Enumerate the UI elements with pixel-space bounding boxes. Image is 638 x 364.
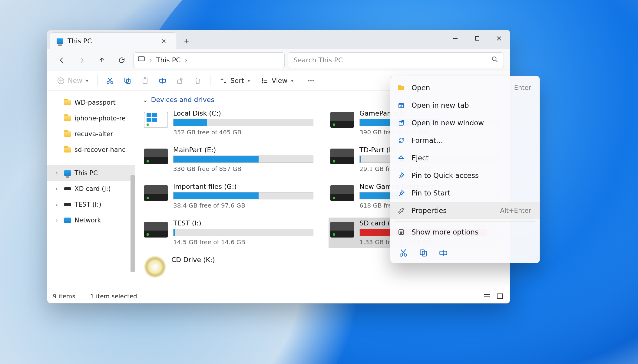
sidebar-item-label: sd-recover-hanc: [74, 146, 126, 153]
context-menu-item[interactable]: Eject: [390, 149, 540, 167]
nav-refresh-button[interactable]: [113, 53, 130, 67]
drive-item[interactable]: MainPart (E:)330 GB free of 857 GB: [142, 144, 316, 175]
nav-up-button[interactable]: [93, 53, 110, 67]
paste-button[interactable]: [137, 74, 153, 87]
context-menu-label: Format…: [412, 136, 443, 144]
rename-icon: [159, 77, 167, 85]
context-menu: OpenEnterOpen in new tabOpen in new wind…: [390, 76, 540, 263]
context-menu-label: Open in new tab: [412, 101, 469, 109]
drive-item[interactable]: Local Disk (C:)352 GB free of 465 GB: [142, 108, 316, 138]
context-menu-item[interactable]: Show more options: [390, 223, 540, 241]
delete-button[interactable]: [190, 74, 205, 87]
svg-point-29: [310, 80, 312, 81]
drive-name: TEST (I:): [173, 219, 313, 227]
drive-item[interactable]: Important files (G:)38.4 GB free of 97.6…: [142, 181, 316, 212]
sidebar-tree-item[interactable]: ›This PC: [47, 165, 135, 181]
sidebar-scrollbar[interactable]: [131, 175, 135, 272]
share-button[interactable]: [173, 74, 188, 87]
sort-button[interactable]: Sort ▾: [215, 74, 254, 87]
context-menu-label: Open: [412, 84, 430, 92]
nav-forward-button[interactable]: [73, 53, 90, 67]
more-button[interactable]: [303, 74, 319, 87]
chevron-down-icon: ⌄: [142, 96, 148, 103]
network-icon: [64, 218, 71, 223]
new-tab-button[interactable]: ＋: [179, 34, 194, 48]
new-button[interactable]: New ▾: [53, 74, 92, 87]
sidebar-tree-item[interactable]: ›XD card (J:): [47, 181, 135, 197]
context-menu-label: Open in new window: [412, 119, 484, 127]
share-icon: [176, 77, 184, 85]
copy-icon[interactable]: [419, 248, 428, 257]
newwin-icon: [397, 119, 405, 126]
rename-button[interactable]: [155, 74, 170, 87]
context-menu-item[interactable]: PropertiesAlt+Enter: [390, 202, 540, 219]
context-menu-item[interactable]: Pin to Start: [390, 184, 540, 202]
context-menu-item[interactable]: Format…: [390, 132, 540, 149]
svg-rect-34: [497, 294, 503, 299]
address-bar-row: › This PC › Search This PC: [47, 49, 510, 71]
sidebar-tree-item[interactable]: ›TEST (I:): [47, 197, 135, 212]
sidebar-quick-item[interactable]: sd-recover-hanc: [47, 142, 135, 158]
sidebar-quick-item[interactable]: iphone-photo-re: [47, 110, 135, 126]
sidebar-tree-item[interactable]: ›Network: [47, 212, 135, 228]
context-menu-item[interactable]: OpenEnter: [390, 79, 540, 97]
chevron-down-icon: ▾: [86, 78, 88, 83]
context-menu-icon-row: [390, 245, 540, 259]
tiles-view-toggle[interactable]: [495, 292, 504, 300]
window-maximize-button[interactable]: [466, 30, 488, 47]
capacity-bar: [173, 119, 313, 126]
window-close-button[interactable]: [488, 30, 510, 47]
new-label: New: [68, 77, 82, 84]
cd-drive-icon: [144, 256, 166, 278]
cut-icon[interactable]: [399, 248, 408, 257]
folder-icon: [64, 100, 71, 105]
hard-drive-icon: [330, 112, 354, 128]
context-menu-item[interactable]: Pin to Quick access: [390, 167, 540, 184]
sidebar-item-label: iphone-photo-re: [74, 115, 126, 122]
pin-icon: [397, 189, 405, 197]
view-button[interactable]: View ▾: [256, 74, 297, 87]
copy-button[interactable]: [120, 74, 135, 87]
eject-icon: [397, 154, 405, 162]
status-item-count: 9 items: [53, 293, 75, 300]
breadcrumb-bar[interactable]: › This PC ›: [133, 52, 285, 68]
cut-button[interactable]: [102, 74, 117, 87]
separator: [97, 75, 98, 86]
svg-rect-1: [475, 37, 479, 40]
context-menu-item[interactable]: Open in new window: [390, 114, 540, 132]
chevron-right-icon: ›: [53, 217, 61, 224]
search-input[interactable]: Search This PC: [288, 52, 504, 68]
drive-icon: [64, 203, 71, 206]
drive-item[interactable]: CD Drive (K:): [142, 254, 316, 280]
this-pc-icon: [64, 170, 71, 176]
window-minimize-button[interactable]: [445, 30, 466, 47]
svg-line-7: [496, 60, 498, 62]
folder-icon: [64, 131, 71, 137]
cut-icon: [106, 77, 114, 85]
hard-drive-icon: [144, 149, 168, 164]
context-menu-item[interactable]: Open in new tab: [390, 97, 540, 114]
svg-point-12: [111, 81, 113, 84]
details-view-toggle[interactable]: [483, 292, 492, 300]
monitor-icon: [138, 56, 145, 64]
context-menu-label: Pin to Quick access: [412, 172, 479, 179]
context-menu-label: Eject: [412, 154, 429, 162]
sidebar-item-label: This PC: [74, 169, 98, 177]
sidebar-quick-item[interactable]: recuva-alter: [47, 126, 135, 142]
wrench-icon: [397, 207, 405, 214]
tab-close-button[interactable]: ✕: [158, 35, 170, 47]
svg-point-28: [308, 80, 309, 81]
svg-point-6: [492, 57, 496, 61]
rename-icon[interactable]: [439, 248, 448, 257]
drive-free-text: 14.5 GB free of 14.6 GB: [173, 238, 313, 246]
sidebar-item-label: XD card (J:): [74, 185, 111, 192]
hard-drive-icon: [330, 222, 354, 238]
tab-this-pc[interactable]: This PC ✕: [50, 32, 177, 49]
svg-point-30: [312, 80, 314, 81]
drive-item[interactable]: TEST (I:)14.5 GB free of 14.6 GB: [142, 218, 316, 248]
capacity-bar: [173, 156, 313, 163]
sidebar-quick-item[interactable]: WD-passport: [47, 95, 135, 110]
search-placeholder: Search This PC: [293, 56, 343, 64]
nav-back-button[interactable]: [53, 53, 70, 67]
sidebar-item-label: TEST (I:): [74, 201, 101, 208]
